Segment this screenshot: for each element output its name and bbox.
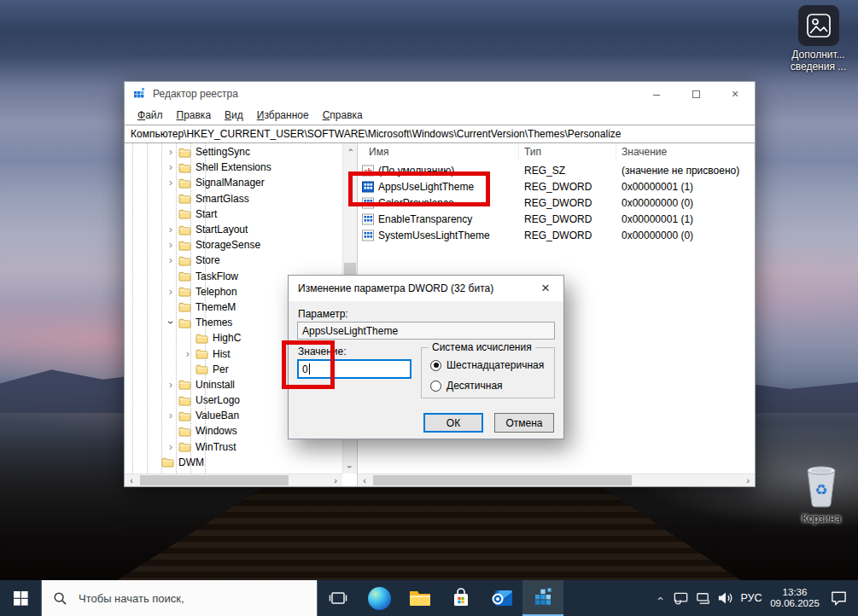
folder-icon — [196, 348, 208, 359]
tree-expander-chevron[interactable]: › — [166, 287, 176, 297]
maximize-button[interactable] — [676, 82, 715, 106]
param-name-text: AppsUseLightTheme — [302, 325, 398, 337]
tree-expander-chevron[interactable]: › — [166, 442, 176, 452]
tree-expander-chevron[interactable]: › — [166, 255, 176, 265]
scroll-right-arrow[interactable]: › — [329, 475, 342, 485]
column-header[interactable]: Имя — [358, 143, 519, 160]
folder-icon — [161, 456, 174, 468]
list-horizontal-scrollbar[interactable]: ‹ › — [358, 474, 755, 486]
tree-item-label: ValueBan — [196, 410, 239, 421]
tree-item[interactable]: ›SmartGlass — [125, 191, 342, 206]
tree-item[interactable]: ›DWM — [125, 455, 342, 470]
tree-expander-chevron[interactable]: › — [166, 240, 176, 250]
tree-expander-chevron[interactable]: › — [166, 162, 176, 172]
menu-item[interactable]: Справка — [316, 109, 370, 121]
menu-item[interactable]: Файл — [131, 109, 170, 121]
radio-button-icon[interactable] — [430, 381, 441, 392]
param-label: Параметр: — [298, 308, 348, 320]
column-header[interactable]: Тип — [519, 143, 616, 160]
tree-item-label: SettingSync — [196, 146, 250, 158]
radio-option[interactable]: Шестнадцатеричная — [430, 358, 544, 372]
tree-item[interactable]: ›StorageSense — [125, 237, 342, 253]
value-type: REG_DWORD — [519, 181, 616, 193]
tree-expander-chevron[interactable]: › — [166, 380, 176, 390]
scroll-track[interactable] — [371, 474, 741, 486]
folder-icon — [178, 286, 191, 297]
menu-item[interactable]: Избранное — [250, 109, 316, 121]
regedit-taskbar-button[interactable] — [522, 580, 563, 616]
tree-item[interactable]: ›WinTrust — [125, 439, 342, 455]
value-type: REG_DWORD — [519, 197, 616, 209]
network-icon[interactable] — [692, 580, 714, 616]
tree-item-label: Shell Extensions — [196, 161, 271, 173]
scroll-thumb[interactable] — [373, 475, 632, 485]
address-bar[interactable]: Компьютер\HKEY_CURRENT_USER\SOFTWARE\Mic… — [125, 125, 755, 143]
tree-item-label: TaskFlow — [196, 270, 238, 282]
cast-icon[interactable] — [669, 580, 692, 616]
search-icon — [53, 591, 67, 606]
radio-label: Шестнадцатеричная — [447, 359, 544, 371]
menu-item[interactable]: Правка — [170, 109, 219, 121]
scroll-right-arrow[interactable]: › — [741, 475, 755, 485]
desktop-icon-label: Дополнит... сведения ... — [779, 49, 858, 73]
menu-item[interactable]: Вид — [218, 109, 250, 121]
task-view-button[interactable] — [318, 580, 359, 616]
tree-item[interactable]: ›Shell Extensions — [125, 160, 342, 175]
close-button[interactable]: × — [715, 82, 755, 106]
tree-item-label: Uninstall — [196, 379, 235, 391]
outlook-button[interactable] — [482, 580, 522, 616]
desktop-icon-recycle-bin[interactable]: ♻ Корзина — [787, 464, 855, 525]
store-button[interactable] — [441, 580, 482, 616]
folder-icon — [178, 379, 191, 390]
list-header: ИмяТипЗначение — [358, 143, 755, 160]
registry-value-row[interactable]: SystemUsesLightThemeREG_DWORD0x00000000 … — [358, 227, 755, 243]
scroll-left-arrow[interactable]: ‹ — [125, 475, 138, 485]
tree-expander-chevron[interactable]: › — [166, 317, 176, 328]
tree-expander-chevron[interactable]: › — [166, 410, 176, 421]
file-explorer-button[interactable] — [400, 580, 441, 616]
action-center-icon[interactable] — [823, 580, 854, 616]
registry-value-row[interactable]: EnableTransparencyREG_DWORD0x00000001 (1… — [358, 211, 755, 227]
folder-icon — [178, 177, 191, 189]
hidden-icons-chevron[interactable]: › — [650, 580, 669, 616]
edge-button[interactable] — [359, 580, 400, 616]
language-indicator[interactable]: РУС — [736, 580, 767, 616]
scroll-thumb[interactable] — [140, 475, 289, 485]
folder-icon — [178, 395, 191, 406]
column-header[interactable]: Значение — [616, 143, 755, 160]
search-box[interactable]: Чтобы начать поиск, — [41, 580, 318, 616]
tree-expander-chevron[interactable]: › — [183, 349, 193, 359]
dialog-close-button[interactable]: × — [528, 276, 563, 301]
scroll-down-arrow[interactable]: › — [343, 460, 357, 474]
tree-item[interactable]: ›SettingSync — [125, 144, 342, 160]
clock[interactable]: 13:36 09.06.2025 — [767, 580, 823, 616]
tree-item[interactable]: ›SignalManager — [125, 175, 342, 190]
tree-expander-chevron[interactable]: › — [166, 224, 176, 235]
value-data: 0x00000001 (1) — [616, 181, 755, 193]
tree-expander-chevron[interactable]: › — [166, 177, 176, 188]
radio-option[interactable]: Десятичная — [430, 379, 503, 392]
scroll-left-arrow[interactable]: ‹ — [358, 475, 371, 485]
file-explorer-icon — [409, 589, 431, 607]
tree-item[interactable]: ›StartLayout — [125, 222, 342, 237]
tree-expander-chevron[interactable]: › — [166, 147, 176, 157]
start-button[interactable] — [0, 580, 41, 616]
folder-icon — [178, 441, 191, 452]
minimize-button[interactable]: – — [637, 82, 676, 106]
value-type: REG_SZ — [519, 165, 616, 177]
value-data: 0x00000000 (0) — [616, 230, 755, 241]
cancel-button[interactable]: Отмена — [494, 413, 554, 433]
tree-item[interactable]: ›Start — [125, 206, 342, 222]
tree-item[interactable]: ›Store — [125, 253, 342, 268]
system-tray: › РУС — [650, 580, 858, 616]
tree-horizontal-scrollbar[interactable]: ‹ › — [125, 474, 342, 486]
radio-button-icon[interactable] — [430, 360, 441, 371]
ok-button[interactable]: ОК — [423, 413, 483, 433]
volume-icon[interactable] — [714, 580, 736, 616]
scroll-up-arrow[interactable]: › — [343, 143, 357, 157]
recycle-bin-icon: ♻ — [803, 464, 840, 508]
folder-icon — [178, 147, 191, 158]
tree-item-label: DWM — [178, 456, 204, 468]
scroll-track[interactable] — [138, 474, 329, 486]
desktop-icon-additional-info[interactable]: Дополнит... сведения ... — [779, 5, 858, 73]
